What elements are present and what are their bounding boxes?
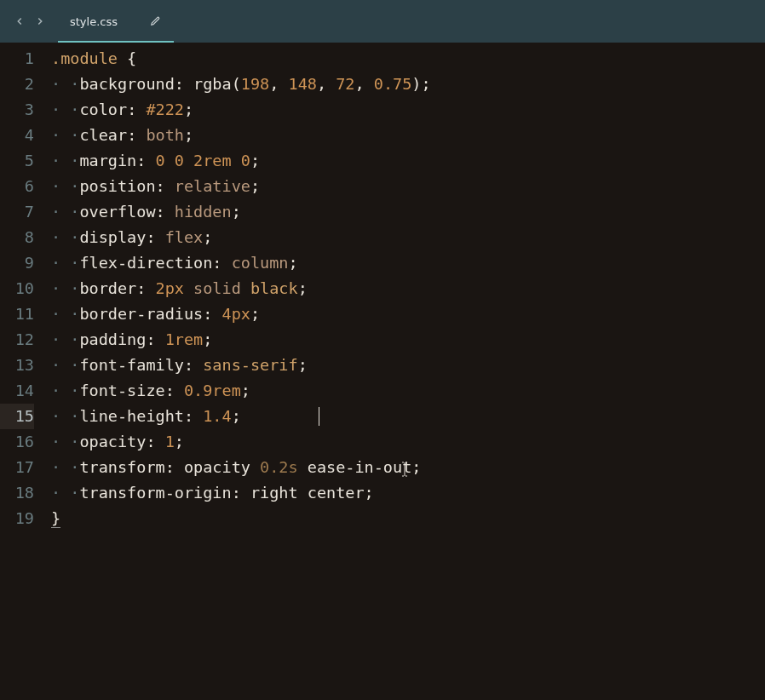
- indent-guide: ·: [51, 305, 60, 323]
- nav-arrows: [7, 12, 53, 31]
- code-token: 1rem: [165, 330, 204, 348]
- file-tab[interactable]: style.css: [58, 0, 174, 43]
- code-token: :: [165, 382, 184, 399]
- code-token: font-size: [79, 382, 164, 399]
- code-token: overflow: [79, 203, 155, 221]
- line-number: 13: [0, 353, 34, 378]
- code-token: sans-serif: [203, 356, 297, 374]
- indent-guide: ·: [51, 484, 60, 502]
- code-token: 0.9rem: [184, 382, 241, 399]
- line-number: 4: [0, 123, 34, 148]
- line-number-gutter: 12345678910111213141516171819: [0, 43, 46, 700]
- code-line[interactable]: · ·clear: both;: [49, 123, 765, 148]
- indent-guide: ·: [70, 382, 79, 399]
- code-line[interactable]: · ·font-family: sans-serif;: [49, 353, 765, 378]
- indent-guide: ·: [70, 254, 79, 272]
- code-token: font-family: [79, 356, 184, 374]
- code-token: :: [156, 177, 175, 195]
- code-line[interactable]: }: [49, 506, 765, 531]
- indent-guide: ·: [51, 254, 60, 272]
- code-token: [232, 152, 241, 169]
- code-token: }: [51, 509, 60, 528]
- line-number: 18: [0, 480, 34, 506]
- code-token: both: [146, 126, 184, 144]
- indent-guide: ·: [51, 279, 60, 297]
- code-token: 0: [156, 152, 165, 169]
- line-number: 17: [0, 455, 34, 480]
- code-token: clear: [79, 126, 127, 144]
- code-token: (: [232, 75, 241, 93]
- code-line[interactable]: · ·margin: 0 0 2rem 0;: [49, 148, 765, 174]
- code-token: background: [79, 75, 174, 93]
- code-token: relative: [175, 177, 250, 195]
- code-line[interactable]: · ·transform-origin: right center;: [49, 480, 765, 506]
- tab-title: style.css: [70, 15, 118, 28]
- code-token: black: [250, 279, 298, 297]
- code-token: ;: [250, 177, 260, 195]
- code-content[interactable]: .module {· ·background: rgba(198, 148, 7…: [46, 43, 765, 700]
- code-token: 4px: [222, 305, 250, 323]
- indent-guide: ·: [70, 407, 79, 425]
- code-line[interactable]: · ·overflow: hidden;: [49, 199, 765, 225]
- code-token: 0: [175, 152, 184, 169]
- code-token: ;: [288, 254, 297, 272]
- code-token: :: [136, 279, 155, 297]
- code-token: ;: [298, 279, 308, 297]
- code-token: 148: [289, 75, 317, 93]
- line-number: 1: [0, 46, 34, 72]
- code-token: ;: [250, 152, 260, 169]
- code-line[interactable]: · ·padding: 1rem;: [49, 327, 765, 353]
- code-line[interactable]: · ·background: rgba(198, 148, 72, 0.75);: [49, 72, 765, 97]
- tab-modified-indicator[interactable]: [150, 14, 162, 30]
- code-token: padding: [79, 330, 146, 348]
- code-token: ;: [250, 305, 260, 323]
- code-token: line-height: [79, 407, 184, 425]
- code-line[interactable]: · ·font-size: 0.9rem;: [49, 378, 765, 404]
- code-line[interactable]: · ·color: #222;: [49, 97, 765, 123]
- chevron-right-icon: [34, 15, 46, 27]
- indent-guide: ·: [70, 433, 79, 450]
- code-line[interactable]: · ·transform: opacity 0.2s ease-in-out;: [49, 455, 765, 480]
- code-line[interactable]: · ·flex-direction: column;: [49, 250, 765, 276]
- code-token: flex-direction: [79, 254, 212, 272]
- code-token: ;: [184, 100, 193, 118]
- code-token: margin: [79, 152, 136, 169]
- code-line[interactable]: · ·display: flex;: [49, 225, 765, 250]
- code-line[interactable]: · ·opacity: 1;: [49, 429, 765, 455]
- code-token: column: [232, 254, 289, 272]
- code-token: :: [165, 458, 184, 476]
- code-token: :: [184, 407, 203, 425]
- indent-guide: ·: [51, 433, 60, 450]
- indent-guide: ·: [51, 177, 60, 195]
- code-token: transform-origin: [79, 484, 231, 502]
- code-token: :: [184, 356, 203, 374]
- code-line[interactable]: · ·position: relative;: [49, 174, 765, 199]
- code-token: rgba: [193, 75, 232, 93]
- code-token: 0.75: [374, 75, 412, 93]
- code-token: display: [79, 228, 146, 246]
- code-token: ;: [298, 356, 308, 374]
- indent-guide: ·: [51, 382, 60, 399]
- code-token: position: [79, 177, 155, 195]
- code-line[interactable]: · ·line-height: 1.4;: [49, 404, 765, 429]
- code-line[interactable]: .module {: [49, 46, 765, 72]
- code-token: ;: [203, 330, 212, 348]
- code-line[interactable]: · ·border-radius: 4px;: [49, 301, 765, 327]
- line-number: 6: [0, 174, 34, 199]
- indent-guide: ·: [70, 152, 79, 169]
- indent-guide: ·: [51, 75, 60, 93]
- code-token: :: [146, 228, 164, 246]
- code-token: ;: [232, 407, 241, 425]
- code-editor[interactable]: 12345678910111213141516171819 .module {·…: [0, 43, 765, 700]
- code-token: .module: [51, 49, 118, 67]
- code-token: transform: [79, 458, 164, 476]
- code-token: border: [79, 279, 136, 297]
- code-token: ,: [269, 75, 288, 93]
- code-token: :: [212, 254, 231, 272]
- nav-forward-button[interactable]: [31, 12, 49, 31]
- code-token: 72: [336, 75, 354, 93]
- indent-guide: ·: [51, 228, 60, 246]
- nav-back-button[interactable]: [10, 12, 29, 31]
- indent-guide: ·: [51, 330, 60, 348]
- code-line[interactable]: · ·border: 2px solid black;: [49, 276, 765, 301]
